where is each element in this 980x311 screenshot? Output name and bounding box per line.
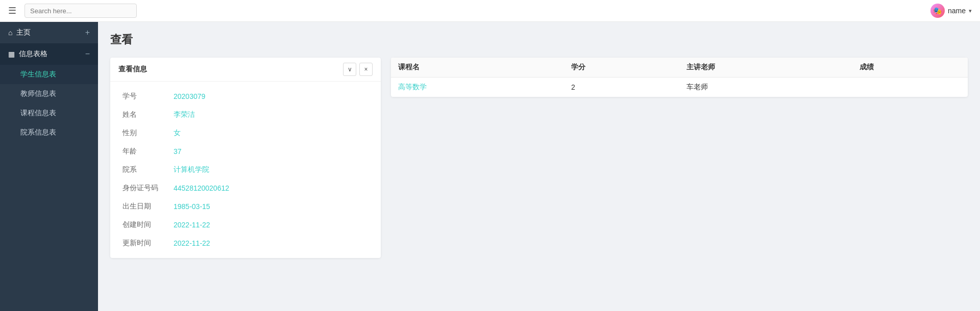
col-course-name: 课程名 — [391, 58, 564, 77]
info-field-label: 更新时间 — [122, 239, 174, 248]
cell-teacher: 车老师 — [679, 77, 852, 97]
avatar: 🎭 — [930, 4, 945, 18]
sidebar-teacher-label: 教师信息表 — [20, 89, 56, 97]
info-field-value: 1985-03-15 — [174, 202, 210, 211]
col-credit: 学分 — [564, 58, 679, 77]
info-row: 年龄 37 — [122, 147, 369, 156]
info-row: 学号 20203079 — [122, 92, 369, 101]
home-icon: ⌂ — [8, 29, 12, 37]
info-card-title: 查看信息 — [118, 65, 147, 74]
info-field-value: 20203079 — [174, 92, 205, 100]
sidebar-item-info-tables[interactable]: ▦ 信息表格 − — [0, 43, 98, 65]
info-field-label: 出生日期 — [122, 202, 174, 211]
info-row: 创建时间 2022-11-22 — [122, 220, 369, 229]
info-field-label: 年龄 — [122, 147, 174, 156]
info-row: 出生日期 1985-03-15 — [122, 202, 369, 211]
col-score: 成绩 — [852, 58, 968, 77]
menu-icon[interactable]: ☰ — [8, 5, 16, 16]
info-row: 更新时间 2022-11-22 — [122, 239, 369, 248]
course-table-header-row: 课程名 学分 主讲老师 成绩 — [391, 58, 968, 77]
user-name: name — [948, 7, 966, 15]
info-field-value: 计算机学院 — [174, 165, 209, 174]
info-row: 性别 女 — [122, 128, 369, 138]
info-field-value: 李荣洁 — [174, 110, 195, 119]
info-field-label: 创建时间 — [122, 220, 174, 229]
info-card: 查看信息 ∨ × 学号 20203079 姓名 李荣洁 性别 女 年龄 37 院 — [110, 58, 381, 258]
cell-course-name: 高等数学 — [391, 77, 564, 97]
sidebar-item-home[interactable]: ⌂ 主页 + — [0, 22, 98, 43]
user-chevron-icon: ▾ — [969, 8, 972, 14]
user-menu[interactable]: 🎭 name ▾ — [930, 4, 972, 18]
info-card-body: 学号 20203079 姓名 李荣洁 性别 女 年龄 37 院系 计算机学院 身… — [110, 82, 381, 258]
sidebar-group-label: 信息表格 — [19, 49, 81, 59]
info-row: 姓名 李荣洁 — [122, 110, 369, 119]
main-layout: ⌂ 主页 + ▦ 信息表格 − 学生信息表 教师信息表 课程信息表 院系信息表 … — [0, 22, 980, 311]
sidebar-course-label: 课程信息表 — [20, 109, 56, 117]
info-row: 院系 计算机学院 — [122, 165, 369, 174]
cell-score — [852, 77, 968, 97]
sidebar-add-icon[interactable]: + — [85, 28, 90, 37]
sidebar-student-label: 学生信息表 — [20, 70, 56, 78]
cards-row: 查看信息 ∨ × 学号 20203079 姓名 李荣洁 性别 女 年龄 37 院 — [110, 58, 968, 258]
content-area: 查看 查看信息 ∨ × 学号 20203079 姓名 李荣洁 性别 — [98, 22, 980, 311]
navbar: ☰ 🎭 name ▾ — [0, 0, 980, 22]
info-card-collapse-button[interactable]: ∨ — [343, 63, 356, 76]
sidebar-item-department[interactable]: 院系信息表 — [0, 123, 98, 142]
sidebar: ⌂ 主页 + ▦ 信息表格 − 学生信息表 教师信息表 课程信息表 院系信息表 — [0, 22, 98, 311]
info-field-value: 2022-11-22 — [174, 221, 210, 229]
sidebar-home-label: 主页 — [16, 28, 81, 37]
info-field-value: 2022-11-22 — [174, 239, 210, 247]
sidebar-department-label: 院系信息表 — [20, 128, 56, 136]
table-row: 高等数学 2 车老师 — [391, 77, 968, 97]
search-bar — [24, 4, 137, 18]
sidebar-item-student[interactable]: 学生信息表 — [0, 65, 98, 84]
info-field-label: 身份证号码 — [122, 184, 174, 193]
info-card-actions: ∨ × — [343, 63, 373, 76]
page-title: 查看 — [110, 32, 968, 47]
course-table-body: 高等数学 2 车老师 — [391, 77, 968, 97]
info-field-value: 37 — [174, 147, 182, 156]
info-card-close-button[interactable]: × — [359, 63, 373, 76]
sidebar-item-teacher[interactable]: 教师信息表 — [0, 84, 98, 103]
search-input[interactable] — [24, 4, 137, 18]
course-table-card: 课程名 学分 主讲老师 成绩 高等数学 2 车老师 — [391, 58, 968, 97]
course-table: 课程名 学分 主讲老师 成绩 高等数学 2 车老师 — [391, 58, 968, 97]
sidebar-collapse-icon[interactable]: − — [85, 49, 90, 59]
course-table-header: 课程名 学分 主讲老师 成绩 — [391, 58, 968, 77]
info-field-label: 姓名 — [122, 110, 174, 119]
info-field-value: 44528120020612 — [174, 184, 229, 192]
info-row: 身份证号码 44528120020612 — [122, 184, 369, 193]
table-group-icon: ▦ — [8, 50, 15, 58]
cell-credit: 2 — [564, 77, 679, 97]
info-field-label: 院系 — [122, 165, 174, 174]
info-card-header: 查看信息 ∨ × — [110, 58, 381, 82]
sidebar-item-course[interactable]: 课程信息表 — [0, 103, 98, 123]
info-field-label: 性别 — [122, 128, 174, 138]
info-field-value: 女 — [174, 128, 181, 138]
col-teacher: 主讲老师 — [679, 58, 852, 77]
info-field-label: 学号 — [122, 92, 174, 101]
